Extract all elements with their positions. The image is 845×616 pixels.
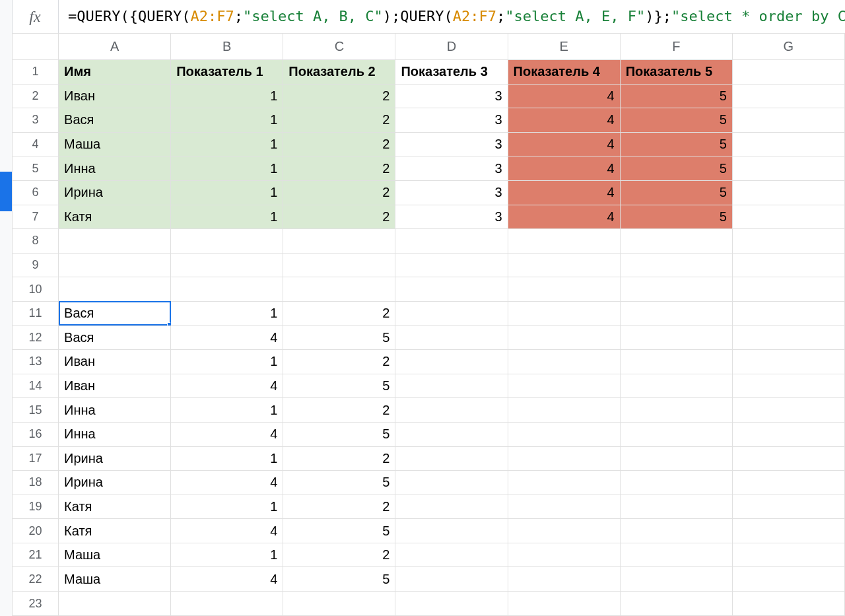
cell[interactable] [283, 592, 395, 616]
cell[interactable] [732, 374, 844, 398]
cell[interactable] [732, 229, 844, 254]
cell[interactable] [395, 495, 508, 519]
cell[interactable]: 4 [171, 519, 283, 543]
cell[interactable] [620, 325, 732, 350]
cell[interactable]: 1 [171, 132, 283, 156]
cell[interactable]: Имя [59, 60, 171, 85]
cell[interactable]: 1 [171, 495, 283, 519]
row-header[interactable]: 2 [13, 84, 59, 108]
cell[interactable] [508, 229, 620, 254]
cell[interactable]: 2 [283, 446, 395, 471]
cell[interactable] [59, 277, 171, 302]
cell[interactable]: 2 [283, 398, 395, 423]
cell[interactable]: Маша [59, 132, 171, 156]
cell[interactable]: 5 [283, 422, 395, 446]
cell[interactable]: 5 [283, 374, 395, 398]
cell[interactable] [620, 543, 732, 567]
cell[interactable] [395, 350, 508, 374]
cell[interactable]: 1 [171, 205, 283, 229]
cell[interactable] [508, 301, 620, 325]
cell[interactable]: 5 [283, 519, 395, 543]
cell[interactable]: 4 [171, 567, 283, 592]
row-header[interactable]: 11 [13, 301, 59, 325]
cell[interactable] [732, 180, 844, 205]
cell[interactable]: 5 [283, 471, 395, 495]
cell[interactable] [620, 592, 732, 616]
row-header[interactable]: 3 [13, 108, 59, 133]
cell[interactable]: 3 [395, 132, 508, 156]
cell[interactable] [620, 277, 732, 302]
row-header[interactable]: 13 [13, 350, 59, 374]
cell[interactable] [620, 301, 732, 325]
row-header[interactable]: 16 [13, 422, 59, 446]
row-header[interactable]: 18 [13, 471, 59, 495]
cell[interactable]: 3 [395, 156, 508, 181]
cell[interactable]: Инна [59, 422, 171, 446]
row-header[interactable]: 23 [13, 592, 59, 616]
cell[interactable] [395, 471, 508, 495]
cell[interactable]: 4 [171, 422, 283, 446]
cell[interactable]: 2 [283, 350, 395, 374]
cell[interactable]: 1 [171, 180, 283, 205]
cell[interactable]: Вася [59, 108, 171, 133]
cell[interactable] [732, 301, 844, 325]
cell[interactable] [732, 156, 844, 181]
cell[interactable]: Катя [59, 519, 171, 543]
cell[interactable]: 4 [508, 132, 620, 156]
cell[interactable] [732, 84, 844, 108]
cell[interactable] [732, 495, 844, 519]
cell[interactable]: Показатель 4 [508, 60, 620, 85]
cell[interactable]: 4 [171, 471, 283, 495]
row-header[interactable]: 1 [13, 60, 59, 85]
cell[interactable]: Иван [59, 374, 171, 398]
cell[interactable]: 2 [283, 301, 395, 325]
cell[interactable]: Катя [59, 495, 171, 519]
cell[interactable]: 5 [620, 156, 732, 181]
col-header-G[interactable]: G [732, 34, 844, 60]
cell[interactable]: 4 [171, 325, 283, 350]
cell[interactable]: Ирина [59, 446, 171, 471]
cell[interactable]: Ирина [59, 471, 171, 495]
cell[interactable]: 1 [171, 108, 283, 133]
cell[interactable]: 2 [283, 84, 395, 108]
cell[interactable] [732, 471, 844, 495]
cell[interactable] [395, 567, 508, 592]
row-header[interactable]: 12 [13, 325, 59, 350]
cell[interactable] [732, 60, 844, 85]
cell[interactable] [620, 422, 732, 446]
cell[interactable] [171, 253, 283, 277]
cell[interactable]: 4 [508, 108, 620, 133]
cell[interactable] [620, 398, 732, 423]
cell[interactable]: Показатель 3 [395, 60, 508, 85]
cell[interactable]: Маша [59, 567, 171, 592]
cell[interactable]: 1 [171, 156, 283, 181]
cell[interactable]: Показатель 1 [171, 60, 283, 85]
cell[interactable]: Инна [59, 156, 171, 181]
cell[interactable]: Ирина [59, 180, 171, 205]
cell[interactable] [732, 519, 844, 543]
cell[interactable] [283, 253, 395, 277]
row-header[interactable]: 6 [13, 180, 59, 205]
cell[interactable]: 1 [171, 84, 283, 108]
cell[interactable] [508, 398, 620, 423]
row-header[interactable]: 20 [13, 519, 59, 543]
cell[interactable]: 5 [620, 180, 732, 205]
cell[interactable] [171, 277, 283, 302]
cell[interactable] [508, 543, 620, 567]
row-header[interactable]: 5 [13, 156, 59, 181]
cell[interactable]: Маша [59, 543, 171, 567]
cell[interactable] [395, 374, 508, 398]
cell[interactable] [620, 229, 732, 254]
cell[interactable]: 4 [171, 374, 283, 398]
cell[interactable] [283, 229, 395, 254]
cell[interactable]: 1 [171, 446, 283, 471]
cell[interactable]: 4 [508, 84, 620, 108]
cell[interactable] [59, 592, 171, 616]
cell[interactable]: 3 [395, 180, 508, 205]
cell[interactable] [508, 519, 620, 543]
cell[interactable] [508, 567, 620, 592]
cell[interactable]: Инна [59, 398, 171, 423]
cell[interactable] [508, 592, 620, 616]
cell[interactable] [732, 325, 844, 350]
cell[interactable] [395, 592, 508, 616]
